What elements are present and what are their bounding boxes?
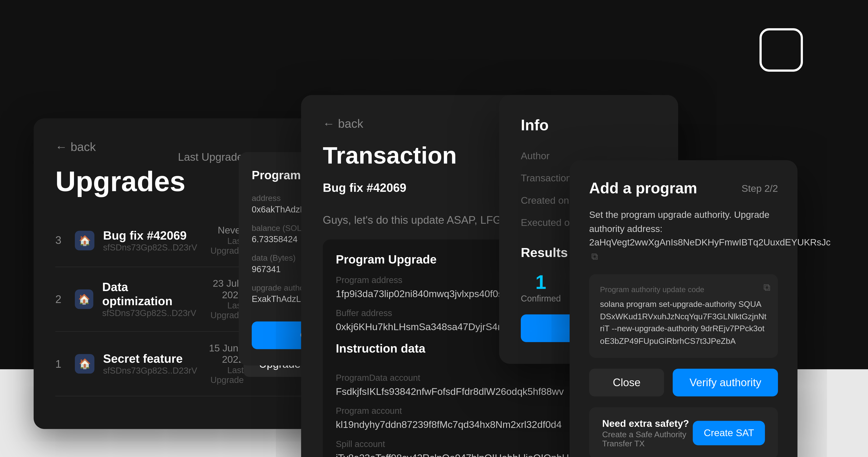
code-text: solana program set-upgrade-authority SQU… <box>600 298 767 347</box>
item-addr-3: sfSDns73Gp82S..D23rV <box>103 242 197 252</box>
code-label: Program authority update code <box>600 285 767 294</box>
item-addr-2: sfSDns73Gp82S..D23rV <box>102 308 197 318</box>
tx-name: Bug fix #42069 <box>323 180 406 195</box>
item-date-never-3: Never <box>197 225 244 236</box>
item-icon-1: 🏠 <box>75 354 94 374</box>
close-button[interactable]: Close <box>589 369 664 397</box>
instruction-data-label: Instruction data <box>336 342 426 356</box>
safety-sub: Create a Safe Authority Transfer TX <box>602 430 693 448</box>
add-program-panel: Add a program Step 2/2 Set the program u… <box>569 160 798 457</box>
confirmed-num: 1 <box>521 271 561 294</box>
item-date-1: 15 June 2022 <box>197 343 244 366</box>
safety-box: Need extra safety? Create a Safe Authori… <box>589 407 778 457</box>
create-sat-button[interactable]: Create SAT <box>693 421 765 446</box>
info-title: Info <box>521 117 656 134</box>
item-num-3: 3 <box>55 234 66 247</box>
code-box: Program authority update code solana pro… <box>589 274 778 358</box>
item-date-2: 23 July 2022 <box>197 278 244 301</box>
item-last-3: Last Upgrade <box>197 236 244 256</box>
item-icon-3: 🏠 <box>75 230 94 250</box>
item-name-2: Data optimization <box>102 280 197 308</box>
item-num-2: 2 <box>55 293 66 306</box>
last-upgrade-label: Last Upgrade <box>178 151 243 164</box>
authority-address-copy-icon[interactable]: ⧉ <box>591 251 598 261</box>
item-icon-2: 🏠 <box>75 289 94 309</box>
item-last-2: Last Upgrade <box>197 301 244 320</box>
verify-authority-button[interactable]: Verify authority <box>673 369 778 397</box>
authority-address: 2aHqVegt2wwXgAnIs8NeDKHyFmwIBTq2UuxdEYUK… <box>589 237 831 248</box>
add-prog-title: Add a program <box>589 180 697 197</box>
add-prog-desc: Set the program upgrade authority. Upgra… <box>589 208 778 263</box>
item-num-1: 1 <box>55 358 66 370</box>
confirmed-label: Confirmed <box>521 294 561 304</box>
item-last-1: Last Upgrade <box>197 366 244 385</box>
app-logo-icon <box>760 28 803 72</box>
step-badge: Step 2/2 <box>742 183 778 194</box>
item-name-3: Bug fix #42069 <box>103 228 197 242</box>
code-copy-icon[interactable]: ⧉ <box>764 282 771 293</box>
item-addr-1: sfSDns73Gp82S..D23rV <box>103 366 197 376</box>
safety-title: Need extra safety? <box>602 418 693 430</box>
item-name-1: Secret feature <box>103 352 197 366</box>
